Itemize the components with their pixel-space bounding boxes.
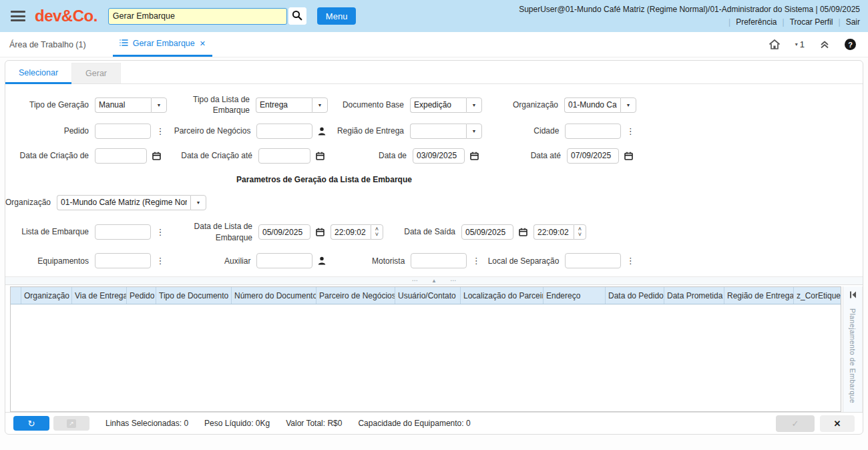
data-criacao-de-input[interactable]	[95, 148, 147, 164]
home-icon[interactable]	[769, 39, 781, 50]
tab-selecionar[interactable]: Selecionar	[5, 63, 71, 84]
col-data-prometida[interactable]: Data Prometida	[664, 287, 724, 304]
record-search-icon[interactable]: ⋮	[154, 226, 166, 239]
net-weight: Peso Líquido: 0Kg	[204, 419, 270, 428]
calendar-icon[interactable]	[314, 149, 326, 162]
close-icon: ✕	[834, 419, 841, 429]
pedido-input[interactable]	[95, 124, 151, 139]
calendar-icon[interactable]	[150, 149, 162, 162]
dropdown-button[interactable]: ▼	[466, 124, 482, 139]
calendar-icon[interactable]	[517, 226, 529, 239]
local-separacao-input[interactable]	[565, 253, 621, 268]
col-localizacao[interactable]: Localização do Parceiro	[461, 287, 544, 304]
window-selector[interactable]: ▾ 1	[795, 39, 805, 49]
spinner-down-icon[interactable]: ˅	[375, 232, 379, 237]
col-endereco[interactable]: Endereço	[544, 287, 606, 304]
organizacao-input[interactable]	[564, 97, 620, 113]
tab-workspace[interactable]: Área de Trabalho (1)	[0, 32, 95, 57]
tipo-lista-input[interactable]	[256, 97, 312, 113]
auxiliar-input[interactable]	[256, 253, 312, 268]
data-saida-date-input[interactable]	[461, 224, 513, 240]
calendar-icon[interactable]	[622, 149, 634, 162]
equipamentos-input[interactable]	[95, 253, 151, 268]
grip-dots: ⋯	[450, 277, 456, 284]
col-numero-documento[interactable]: Número do Documento	[232, 287, 316, 304]
person-icon[interactable]	[316, 254, 328, 268]
splitter-collapse-icon[interactable]: ▴	[433, 277, 436, 284]
record-search-icon[interactable]: ⋮	[154, 124, 166, 138]
field-label: Data de Criação até	[174, 150, 252, 161]
total-value: Valor Total: R$0	[286, 419, 342, 428]
tab-close-icon[interactable]: ✕	[200, 39, 206, 48]
hamburger-menu-icon[interactable]	[11, 11, 25, 21]
section-title: Parametros de Geração da Lista de Embarq…	[5, 175, 643, 184]
dropdown-button[interactable]: ▼	[151, 97, 167, 113]
col-tipo-documento[interactable]: Tipo de Documento	[156, 287, 232, 304]
parceiro-input[interactable]	[256, 124, 312, 139]
record-search-icon[interactable]: ⋮	[624, 254, 636, 268]
tab-gerar[interactable]: Gerar	[71, 63, 121, 83]
regiao-entrega-input[interactable]	[410, 124, 466, 139]
field-label: Data de Saída	[398, 226, 455, 237]
tipo-geracao-input[interactable]	[95, 97, 151, 113]
cidade-input[interactable]	[565, 124, 621, 139]
dropdown-button[interactable]: ▼	[620, 97, 636, 113]
collapse-all-icon[interactable]	[819, 39, 830, 49]
field-label: Documento Base	[328, 99, 404, 110]
calendar-icon[interactable]	[314, 226, 326, 239]
selected-lines-count: Linhas Selecionadas: 0	[105, 419, 188, 428]
calendar-icon[interactable]	[468, 149, 480, 162]
data-lista-date-input[interactable]	[258, 224, 310, 240]
search-input[interactable]	[108, 8, 287, 25]
search-button[interactable]	[288, 7, 306, 25]
col-select[interactable]	[11, 287, 21, 304]
col-data-pedido[interactable]: Data do Pedido	[606, 287, 664, 304]
app-logo: dev&Co.	[35, 7, 97, 25]
confirm-button[interactable]: ✓	[776, 415, 815, 432]
gerar-embarque-panel: Selecionar Gerar Tipo de Geração ▼ Tipo …	[5, 60, 863, 435]
col-cor-etiqueta[interactable]: z_CorEtiqueta	[794, 287, 841, 304]
organizacao-param-input[interactable]	[57, 195, 190, 210]
organizacao-param-combobox: ▼	[57, 195, 206, 210]
documento-base-input[interactable]	[410, 97, 466, 113]
logout-link[interactable]: Sair	[846, 16, 860, 29]
record-search-icon[interactable]: ⋮	[624, 124, 636, 138]
open-panel-icon[interactable]	[849, 291, 857, 300]
lista-embarque-input[interactable]	[95, 224, 151, 240]
data-de-input[interactable]	[413, 148, 465, 164]
dropdown-button[interactable]: ▼	[190, 195, 206, 210]
motorista-input[interactable]	[411, 253, 467, 268]
divider: |	[783, 16, 785, 29]
tab-gerar-embarque[interactable]: Gerar Embarque ✕	[113, 32, 212, 57]
col-pedido[interactable]: Pedido	[127, 287, 156, 304]
spinner-down-icon[interactable]: ˅	[578, 232, 582, 237]
preferences-link[interactable]: Preferência	[736, 16, 777, 29]
menu-button[interactable]: Menu	[317, 7, 357, 25]
dropdown-button[interactable]: ▼	[466, 97, 482, 113]
col-via-entrega[interactable]: Via de Entrega	[72, 287, 127, 304]
window-tabstrip: Área de Trabalho (1) Gerar Embarque ✕ ▾ …	[0, 32, 868, 57]
dropdown-button[interactable]: ▼	[312, 97, 328, 113]
refresh-icon: ↻	[28, 419, 35, 429]
data-ate-input[interactable]	[567, 148, 619, 164]
time-spinner[interactable]: ˄ ˅	[574, 224, 586, 240]
col-usuario-contato[interactable]: Usuário/Contato	[395, 287, 461, 304]
export-button[interactable]: ↗	[53, 416, 89, 431]
person-icon[interactable]	[316, 124, 328, 138]
data-criacao-ate-input[interactable]	[258, 148, 310, 164]
record-search-icon[interactable]: ⋮	[470, 254, 482, 268]
col-organizacao[interactable]: Organização	[21, 287, 72, 304]
close-button[interactable]: ✕	[820, 415, 855, 432]
field-label: Tipo de Geração	[5, 99, 89, 110]
help-icon[interactable]: ?	[845, 39, 856, 50]
col-regiao-entrega[interactable]: Região de Entrega	[724, 287, 794, 304]
data-lista-time-input[interactable]	[331, 224, 371, 240]
record-search-icon[interactable]: ⋮	[154, 254, 166, 268]
time-spinner[interactable]: ˄ ˅	[371, 224, 383, 240]
col-parceiro[interactable]: Parceiro de Negócios	[316, 287, 395, 304]
refresh-button[interactable]: ↻	[13, 416, 49, 431]
field-label: Local de Separação	[482, 256, 559, 266]
splitter-handle[interactable]: ⋯ ▴ ⋯	[5, 276, 863, 285]
data-saida-time-input[interactable]	[533, 224, 574, 240]
change-role-link[interactable]: Trocar Perfil	[790, 16, 833, 29]
